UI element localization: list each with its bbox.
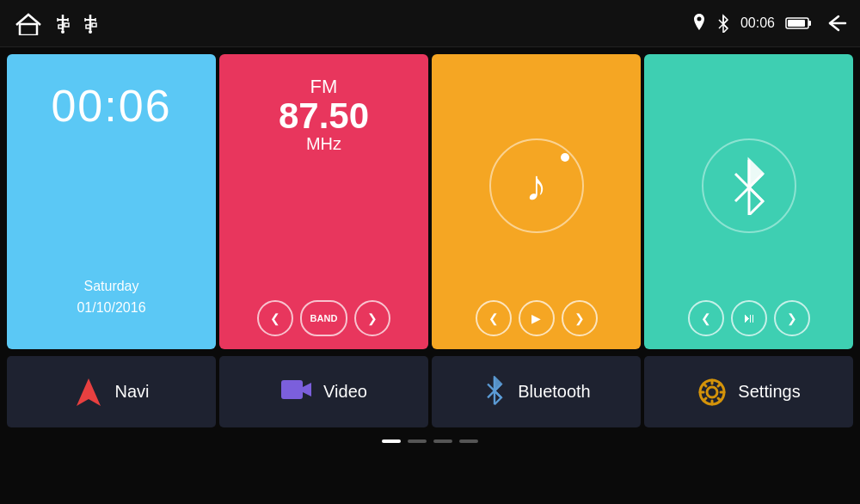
svg-rect-19 <box>788 20 805 27</box>
menu-row: Navi Video Bluetooth <box>0 353 860 434</box>
clock-date: Saturday 01/10/2016 <box>77 275 145 319</box>
clock-time: 00:06 <box>51 80 171 132</box>
page-dot-1[interactable] <box>382 439 401 443</box>
bluetooth-status-icon <box>716 14 730 33</box>
clock-date-val: 01/10/2016 <box>77 300 145 315</box>
bt-playpause-button[interactable]: ⏯ <box>731 300 767 336</box>
cards-row: 00:06 Saturday 01/10/2016 FM 87.50 MHz ❮… <box>0 47 860 353</box>
page-dot-3[interactable] <box>433 439 452 443</box>
music-card[interactable]: ♪ ❮ ▶ ❯ <box>432 54 641 349</box>
page-dot-2[interactable] <box>408 439 427 443</box>
svg-rect-10 <box>86 25 90 28</box>
page-dot-4[interactable] <box>459 439 478 443</box>
settings-label: Settings <box>738 382 800 402</box>
navi-label: Navi <box>114 382 149 402</box>
radio-card[interactable]: FM 87.50 MHz ❮ BAND ❯ <box>219 54 428 349</box>
bluetooth-card-icon <box>727 157 771 215</box>
svg-rect-3 <box>58 25 63 28</box>
music-dot <box>561 153 569 162</box>
menu-item-settings[interactable]: Settings <box>644 356 853 427</box>
menu-item-video[interactable]: Video <box>219 356 428 427</box>
location-icon <box>692 14 706 33</box>
svg-point-12 <box>89 30 92 34</box>
music-play-button[interactable]: ▶ <box>519 300 555 336</box>
battery-icon <box>785 15 813 31</box>
svg-rect-20 <box>808 21 811 26</box>
svg-line-38 <box>703 398 706 401</box>
status-bar: 00:06 <box>0 0 860 47</box>
bluetooth-label: Bluetooth <box>518 382 591 402</box>
music-circle: ♪ <box>489 138 584 233</box>
svg-rect-0 <box>20 24 37 35</box>
clock-card[interactable]: 00:06 Saturday 01/10/2016 <box>7 54 216 349</box>
bt-icon-area <box>702 71 796 300</box>
bt-circle <box>702 138 796 233</box>
radio-band-button[interactable]: BAND <box>300 300 347 336</box>
svg-line-35 <box>703 384 706 386</box>
bt-prev-button[interactable]: ❮ <box>688 300 724 336</box>
radio-next-button[interactable]: ❯ <box>354 300 390 336</box>
status-right: 00:06 <box>692 13 847 34</box>
video-icon <box>280 379 313 405</box>
menu-item-navi[interactable]: Navi <box>7 356 216 427</box>
svg-point-5 <box>61 30 64 34</box>
back-icon[interactable] <box>823 13 847 34</box>
usb-icon-2 <box>82 13 99 34</box>
music-controls: ❮ ▶ ❯ <box>476 300 598 336</box>
svg-rect-11 <box>92 23 96 27</box>
clock-day: Saturday <box>83 279 138 293</box>
home-icon[interactable] <box>13 11 44 35</box>
svg-line-37 <box>718 384 721 386</box>
radio-controls: ❮ BAND ❯ <box>257 300 390 336</box>
page-indicators <box>0 434 860 452</box>
usb-icon-1 <box>54 13 71 34</box>
svg-point-29 <box>707 387 717 397</box>
menu-item-bluetooth[interactable]: Bluetooth <box>432 356 641 427</box>
navi-icon <box>73 377 104 408</box>
bt-controls: ❮ ⏯ ❯ <box>688 300 810 336</box>
clock-display: 00:06 <box>740 15 775 31</box>
bt-next-button[interactable]: ❯ <box>774 300 810 336</box>
music-next-button[interactable]: ❯ <box>562 300 598 336</box>
music-prev-button[interactable]: ❮ <box>476 300 512 336</box>
status-left <box>13 11 99 35</box>
music-note-icon: ♪ <box>525 161 547 211</box>
settings-icon <box>697 377 728 408</box>
svg-line-36 <box>718 398 721 401</box>
bluetooth-card[interactable]: ❮ ⏯ ❯ <box>644 54 853 349</box>
radio-frequency: 87.50 <box>279 98 369 134</box>
radio-prev-button[interactable]: ❮ <box>257 300 293 336</box>
music-icon-area: ♪ <box>489 71 584 300</box>
bluetooth-menu-icon <box>482 376 507 409</box>
radio-unit: MHz <box>279 134 369 154</box>
svg-rect-25 <box>281 380 303 399</box>
video-label: Video <box>323 382 367 402</box>
main-content: 00:06 Saturday 01/10/2016 FM 87.50 MHz ❮… <box>0 47 860 452</box>
svg-rect-4 <box>64 23 69 27</box>
